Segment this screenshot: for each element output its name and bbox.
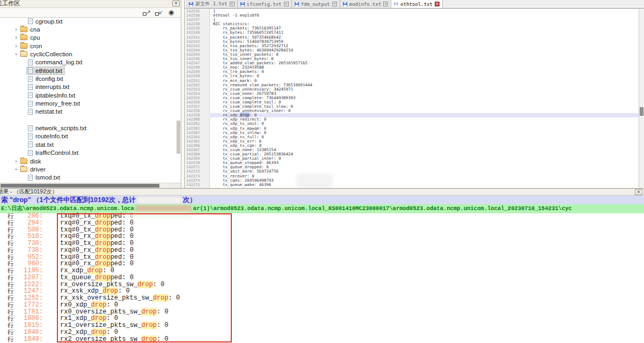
match-highlight: drop (95, 240, 111, 247)
result-row[interactable]: 行738:rxq#0_rx_dropped: 0 (0, 247, 644, 254)
line-number: 142243 (185, 44, 209, 48)
chevron-icon[interactable] (13, 159, 19, 164)
line-number: 142259 (185, 113, 209, 117)
tree-item-label: cna (30, 26, 40, 33)
tree-item-box: stat.txt (27, 141, 56, 148)
tree-item-label: network_scripts.txt (35, 125, 86, 131)
result-row[interactable]: 行1252:rx_xsk_oversize_pkts_sw_drop: 0 (0, 295, 644, 302)
tree-item-memory-free-txt[interactable]: memory_free.txt (0, 99, 176, 107)
line-number: 142237 (185, 18, 209, 22)
tree-item-box: command_log.txt (27, 58, 85, 66)
match-highlight: drop (91, 301, 107, 309)
line-number: 142257 (185, 105, 209, 109)
result-file-path-row[interactable]: E:\日志\armod0523.odata.ncmp.unicom.locaar… (0, 204, 644, 213)
editor-vertical-scrollbar[interactable] (639, 9, 644, 188)
tree-item-cgroup-txt[interactable]: cgroup.txt (0, 17, 176, 25)
close-icon[interactable] (383, 2, 388, 6)
result-row[interactable]: 行1195:rx_xdp_drop: 0 (0, 267, 644, 274)
tree-item-cna[interactable]: cna (0, 25, 176, 33)
tree-item-disk[interactable]: disk (0, 157, 176, 165)
scrollbar-thumb[interactable] (640, 107, 643, 116)
result-row[interactable]: 行1207:tx_queue_dropped: 0 (0, 274, 644, 281)
tree-horizontal-scrollbar[interactable] (0, 183, 181, 188)
collapse-icon[interactable] (155, 9, 163, 16)
close-icon[interactable] (172, 1, 180, 6)
result-row[interactable]: 行1840:rx2_xdp_drop: 0 (0, 329, 644, 336)
tree-item-netstat-txt[interactable]: netstat.txt (0, 108, 176, 116)
tree-item-label: command_log.txt (35, 59, 83, 65)
tree-item-ethtool-txt[interactable]: ethtool.txt (0, 66, 176, 74)
result-row[interactable]: 行1772:rx0_xdp_drop: 0 (0, 302, 644, 309)
match-highlight: drop (95, 247, 111, 254)
result-row[interactable]: 行1849:rx2_oversize_pkts_sw_drop: 0 (0, 336, 644, 343)
save-icon (295, 2, 299, 6)
line-number: 142252 (185, 83, 209, 87)
scrollbar-thumb[interactable] (1, 184, 159, 188)
file-icon (28, 59, 33, 65)
chevron-icon[interactable] (13, 27, 19, 32)
result-text: rx1_oversize_pkts_sw_drop: 0 (43, 322, 169, 329)
result-line-number: 738: (21, 247, 43, 254)
close-icon[interactable] (284, 2, 289, 6)
tab-label: modinfo.txt (349, 2, 382, 7)
line-number: 142236 (185, 13, 209, 18)
search-summary-row[interactable]: 索 "drop" （1个文件中匹配到10192次，总计次） (0, 196, 644, 204)
tree-item-label: routeInfo.txt (35, 133, 68, 139)
tree-item-routeinfo-txt[interactable]: routeInfo.txt (0, 132, 176, 140)
close-icon[interactable] (435, 2, 440, 6)
tree-item-box: routeInfo.txt (27, 132, 70, 140)
line-number: 142256 (185, 100, 209, 105)
tree-item-label: disk (30, 158, 41, 165)
tree-item-lsmod-txt[interactable]: lsmod.txt (0, 174, 176, 182)
tree-item-ifconfig-txt[interactable]: ifconfig.txt (0, 74, 176, 83)
censor-blur (135, 205, 192, 212)
tree-item-cron[interactable]: cron (0, 42, 176, 50)
chevron-icon[interactable] (13, 51, 19, 57)
editor-body[interactable]: 142235}142236ethtool -S enp1s0f0142237{1… (185, 9, 639, 188)
close-icon[interactable] (635, 189, 642, 195)
tree-item-trafficcontrol-txt[interactable]: trafficControl.txt (0, 149, 176, 157)
result-row[interactable]: 行294:rxq#0_rx_dropped: 0 (0, 220, 644, 227)
file-icon (28, 109, 33, 115)
editor-tab[interactable]: fdm_output (292, 0, 340, 8)
tree-item-interrupts-txt[interactable]: interrupts.txt (0, 83, 176, 91)
expand-icon[interactable] (142, 9, 151, 16)
tree-item-label: trafficControl.txt (35, 150, 78, 156)
tree-item-stat-txt[interactable]: stat.txt (0, 140, 176, 148)
tree-vertical-scrollbar[interactable] (177, 121, 180, 154)
result-line-number: 294: (21, 220, 43, 227)
tree-item-network-scripts-txt[interactable]: network_scripts.txt (0, 124, 176, 132)
chevron-icon[interactable] (13, 167, 19, 172)
result-text: tx_queue_dropped: 0 (43, 274, 134, 281)
file-icon (28, 92, 33, 98)
tree-item-command-log-txt[interactable]: command_log.txt (0, 58, 176, 66)
tree-item-driver[interactable]: driver (0, 165, 176, 173)
line-number: 142247 (185, 61, 209, 65)
results-title: 结果 - （匹配10192次） (0, 189, 57, 195)
editor-tab[interactable]: ifconfig.txt (238, 0, 292, 8)
result-row[interactable]: 行730:txq#0_tx_dropped: 0 (0, 240, 644, 247)
workspace-tree: cgroup.txtcnacpucroncyclicCollectioncomm… (0, 17, 176, 183)
tree-item-label: cron (30, 43, 42, 49)
result-row[interactable]: 行286:txq#0_tx_dropped: 0 (0, 213, 644, 220)
editor-tab[interactable]: modinfo.txt (340, 0, 392, 8)
close-icon[interactable] (230, 2, 235, 6)
match-highlight: drop (87, 267, 103, 274)
editor-tab[interactable]: ethtool.txt (391, 0, 443, 8)
tree-item-iptablesinfo-txt[interactable]: iptablesInfo.txt (0, 91, 176, 99)
locate-icon[interactable] (167, 9, 175, 16)
tree-item-box: interrupts.txt (27, 83, 71, 91)
editor-lines: 142235}142236ethtool -S enp1s0f0142237{1… (185, 9, 639, 187)
tree-item-cpu[interactable]: cpu (0, 34, 176, 42)
tree-item-cycliccollection[interactable]: cyclicCollection (0, 50, 176, 58)
result-row[interactable]: 行1815:rx1_oversize_pkts_sw_drop: 0 (0, 322, 644, 329)
editor-tab[interactable]: 新文件 1.txt (186, 0, 238, 8)
line-number: 142239 (185, 26, 209, 31)
close-icon[interactable] (332, 2, 337, 6)
row-label: 行 (0, 329, 21, 336)
chevron-icon[interactable] (13, 35, 19, 40)
chevron-icon[interactable] (13, 43, 19, 49)
folder-icon (20, 159, 27, 164)
folder-icon (20, 167, 27, 172)
result-line-number: 730: (21, 240, 43, 247)
